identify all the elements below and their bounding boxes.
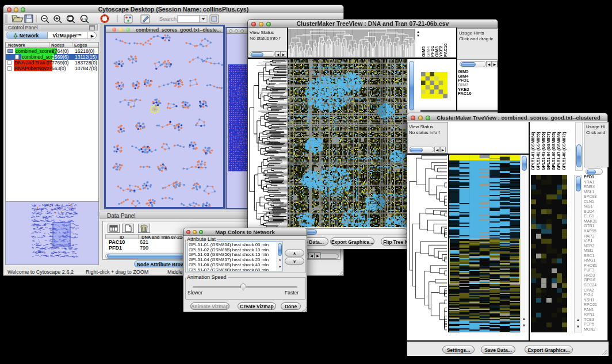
svg-text:Search:: Search: [159,16,178,22]
svg-text:1:1: 1:1 [82,17,86,21]
